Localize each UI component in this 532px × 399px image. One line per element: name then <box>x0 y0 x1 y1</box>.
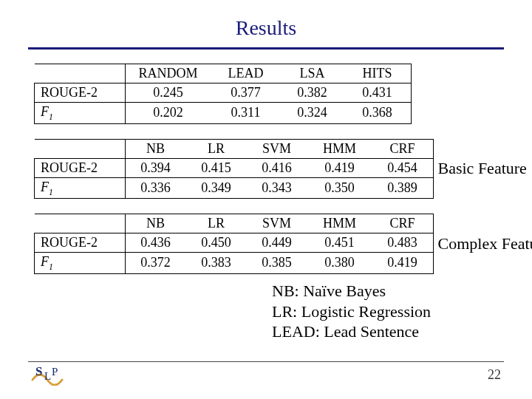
cell: 0.450 <box>186 233 247 253</box>
cell: 0.324 <box>281 103 344 124</box>
cell: 0.383 <box>186 253 247 274</box>
cell: 0.336 <box>125 177 186 199</box>
table-header-row: NB LR SVM HMM CRF <box>35 214 434 233</box>
legend-line: LR: Logistic Regression <box>272 301 431 322</box>
table-header-row: RANDOM LEAD LSA HITS <box>35 64 412 83</box>
col-header: LSA <box>281 64 344 83</box>
table-baseline: RANDOM LEAD LSA HITS ROUGE-2 0.245 0.377… <box>34 64 412 124</box>
cell: 0.419 <box>307 158 372 177</box>
table-row: ROUGE-2 0.436 0.450 0.449 0.451 0.483 <box>35 233 434 253</box>
footer-rule <box>28 361 504 362</box>
col-header: LR <box>186 214 247 233</box>
row-label: F1 <box>35 253 126 274</box>
cell: 0.382 <box>281 83 344 103</box>
table-row: F1 0.372 0.383 0.385 0.380 0.419 <box>35 253 434 274</box>
title-underline <box>28 47 504 50</box>
row-label: ROUGE-2 <box>35 83 126 103</box>
col-header: SVM <box>247 139 307 158</box>
cell: 0.245 <box>125 83 211 103</box>
cell: 0.343 <box>247 177 307 199</box>
cell: 0.377 <box>211 83 281 103</box>
cell: 0.368 <box>344 103 412 124</box>
col-header: NB <box>125 214 186 233</box>
table-basic: NB LR SVM HMM CRF ROUGE-2 0.394 0.415 0.… <box>34 139 434 200</box>
col-header: HMM <box>307 139 372 158</box>
col-header: CRF <box>372 214 434 233</box>
row-label: ROUGE-2 <box>35 233 126 253</box>
side-label-complex: Complex Feature <box>438 234 533 253</box>
col-header: CRF <box>372 139 434 158</box>
slide: { "title": "Results", "tables": { "basel… <box>0 0 532 399</box>
table-basic-block: NB LR SVM HMM CRF ROUGE-2 0.394 0.415 0.… <box>34 139 532 200</box>
cell: 0.419 <box>372 253 434 274</box>
svg-text:S: S <box>35 364 42 378</box>
cell: 0.416 <box>247 158 307 177</box>
table-complex-block: NB LR SVM HMM CRF ROUGE-2 0.436 0.450 0.… <box>34 214 532 274</box>
cell: 0.483 <box>372 233 434 253</box>
cell: 0.436 <box>125 233 186 253</box>
cell: 0.415 <box>186 158 247 177</box>
page-number: 22 <box>488 367 501 383</box>
cell: 0.385 <box>247 253 307 274</box>
cell: 0.350 <box>307 177 372 199</box>
cell: 0.311 <box>211 103 281 124</box>
cell: 0.449 <box>247 233 307 253</box>
table-baseline-block: RANDOM LEAD LSA HITS ROUGE-2 0.245 0.377… <box>34 64 532 124</box>
row-label: ROUGE-2 <box>35 158 126 177</box>
cell: 0.394 <box>125 158 186 177</box>
legend-line: NB: Naïve Bayes <box>272 281 431 301</box>
col-header: LEAD <box>211 64 281 83</box>
table-header-row: NB LR SVM HMM CRF <box>35 139 434 158</box>
page-title: Results <box>0 16 532 40</box>
cell: 0.372 <box>125 253 186 274</box>
legend: NB: Naïve Bayes LR: Logistic Regression … <box>272 281 431 342</box>
cell: 0.389 <box>372 177 434 199</box>
cell: 0.202 <box>125 103 211 124</box>
row-label: F1 <box>35 103 126 124</box>
col-header: SVM <box>247 214 307 233</box>
table-row: F1 0.202 0.311 0.324 0.368 <box>35 103 412 124</box>
table-row: ROUGE-2 0.394 0.415 0.416 0.419 0.454 <box>35 158 434 177</box>
slp-logo-icon: S L P <box>31 364 64 389</box>
table-complex: NB LR SVM HMM CRF ROUGE-2 0.436 0.450 0.… <box>34 214 434 274</box>
cell: 0.451 <box>307 233 372 253</box>
cell: 0.454 <box>372 158 434 177</box>
svg-text:P: P <box>52 366 58 378</box>
col-header: RANDOM <box>125 64 211 83</box>
table-row: F1 0.336 0.349 0.343 0.350 0.389 <box>35 177 434 199</box>
cell: 0.431 <box>344 83 412 103</box>
cell: 0.349 <box>186 177 247 199</box>
col-header: NB <box>125 139 186 158</box>
col-header: LR <box>186 139 247 158</box>
legend-line: LEAD: Lead Sentence <box>272 321 431 342</box>
table-row: ROUGE-2 0.245 0.377 0.382 0.431 <box>35 83 412 103</box>
col-header: HITS <box>344 64 412 83</box>
side-label-basic: Basic Feature <box>438 159 527 178</box>
cell: 0.380 <box>307 253 372 274</box>
svg-text:L: L <box>44 370 51 382</box>
col-header: HMM <box>307 214 372 233</box>
row-label: F1 <box>35 177 126 199</box>
tables-area: RANDOM LEAD LSA HITS ROUGE-2 0.245 0.377… <box>34 64 532 289</box>
